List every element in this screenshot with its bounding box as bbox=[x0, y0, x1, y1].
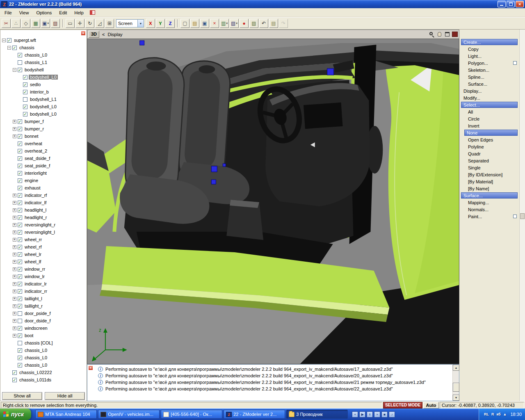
tree-item-31-window-rr[interactable]: +✓window_rr bbox=[0, 265, 87, 273]
tree-item-42-chassis-l0[interactable]: ✓chassis_L0 bbox=[0, 347, 87, 354]
punto-icon[interactable]: R bbox=[491, 412, 494, 416]
checkbox-checked[interactable]: ✓ bbox=[18, 68, 22, 72]
checkbox-checked[interactable]: ✓ bbox=[12, 46, 17, 50]
checkbox-checked[interactable]: ✓ bbox=[18, 348, 22, 353]
task-22-zmodeler-ver-2[interactable]: Z22 - ZModeler ver 2... bbox=[224, 410, 285, 419]
tree-item-29-wheel-lr[interactable]: +✓wheel_lr bbox=[0, 251, 87, 258]
cmd-separated[interactable]: Separated bbox=[461, 158, 489, 163]
expand-icon[interactable]: + bbox=[13, 319, 16, 323]
cmd-mapping[interactable]: Mapping... bbox=[461, 200, 489, 205]
view-mode-select[interactable]: Screen▼ bbox=[116, 19, 144, 27]
panel-toggle-icon[interactable] bbox=[90, 10, 95, 15]
tree-item-23-headlight-l[interactable]: +✓headlight_l bbox=[0, 206, 87, 214]
checkbox-checked[interactable]: ✓ bbox=[18, 333, 22, 338]
checkbox-checked[interactable]: ✓ bbox=[18, 282, 22, 286]
tree-item-22-indicator-lf[interactable]: +✓indicator_lf bbox=[0, 199, 87, 206]
tree-item-8-bodyshell-l1[interactable]: bodyshell_L1 bbox=[0, 96, 87, 103]
checkbox-checked[interactable]: ✓ bbox=[18, 237, 22, 242]
tree-item-46-chassis-l011ds[interactable]: ✓chassis_L011ds bbox=[0, 376, 87, 383]
checkbox-checked[interactable]: ✓ bbox=[18, 223, 22, 227]
cmd-normals[interactable]: Normals... bbox=[461, 207, 488, 212]
media-pause-icon[interactable]: ‖ bbox=[367, 411, 373, 418]
cmd-single[interactable]: Single bbox=[461, 165, 481, 170]
tree-item-9-bodyshell-l0[interactable]: ✓bodyshell_L0 bbox=[0, 103, 87, 110]
maximize-icon[interactable] bbox=[444, 31, 450, 37]
dropdown-arrow-icon[interactable]: ▼ bbox=[137, 20, 144, 27]
undo-icon[interactable]: ↶ bbox=[259, 19, 268, 28]
scale-tool-icon[interactable]: ◿ bbox=[95, 19, 104, 28]
checkbox-unchecked[interactable] bbox=[18, 311, 22, 316]
checkbox-checked[interactable]: ✓ bbox=[18, 178, 22, 183]
media-stop-icon[interactable]: ■ bbox=[381, 411, 388, 418]
tree-item-5-bodyshell-l0[interactable]: ✓bodyshell_L0 bbox=[0, 73, 87, 81]
cmd-none[interactable]: None bbox=[464, 130, 518, 136]
tree-item-44-chassis-l0[interactable]: ✓chassis_L0 bbox=[0, 361, 87, 369]
scroll-up-icon[interactable]: ▲ bbox=[453, 365, 459, 371]
log-close-icon[interactable]: × bbox=[88, 365, 93, 370]
vertices-mode-icon[interactable]: ∴ bbox=[11, 19, 21, 28]
checkbox-unchecked[interactable] bbox=[18, 341, 22, 345]
tree-item-15-overheat-2[interactable]: ✓overheat_2 bbox=[0, 147, 87, 155]
tree-item-18-interiorlight[interactable]: ✓interiorlight bbox=[0, 169, 87, 177]
close-button[interactable]: × bbox=[516, 1, 524, 7]
menu-item-help[interactable]: Help bbox=[71, 9, 87, 16]
tree-item-41-chassis-col[interactable]: chassis [COL] bbox=[0, 339, 87, 347]
traffic-counter-icon[interactable]: кб bbox=[496, 412, 500, 416]
expand-icon[interactable]: + bbox=[13, 120, 16, 123]
tree-item-39-windscreen[interactable]: +✓windscreen bbox=[0, 324, 87, 332]
display-menu-button[interactable]: Display bbox=[107, 32, 122, 37]
expand-icon[interactable]: + bbox=[13, 253, 16, 256]
checkbox-checked[interactable]: ✓ bbox=[23, 75, 27, 80]
checkbox-checked[interactable]: ✓ bbox=[18, 156, 22, 161]
delete-icon[interactable]: × bbox=[210, 19, 219, 28]
task-405-556-640[interactable]: [405-556-640] - Ок... bbox=[161, 410, 222, 419]
checkbox-checked[interactable]: ✓ bbox=[7, 38, 11, 43]
tree-item-0-supergt-wft[interactable]: −✓supergt.wft bbox=[0, 37, 87, 44]
cmd-invert[interactable]: Invert bbox=[461, 123, 479, 128]
collapse-icon[interactable]: − bbox=[13, 68, 16, 72]
notes-icon[interactable]: ▤ bbox=[269, 19, 278, 28]
expand-icon[interactable]: + bbox=[13, 326, 16, 330]
tree-item-30-wheel-lf[interactable]: +✓wheel_lf bbox=[0, 258, 87, 265]
checkbox-checked[interactable]: ✓ bbox=[18, 326, 22, 331]
tree-item-7-interior-b[interactable]: ✓interior_b bbox=[0, 88, 87, 96]
updates-icon[interactable]: ▲ bbox=[503, 412, 507, 416]
expand-icon[interactable]: + bbox=[13, 238, 16, 242]
checkbox-checked[interactable]: ✓ bbox=[18, 260, 22, 264]
cmd-spline[interactable]: Spline... bbox=[461, 75, 484, 80]
tree-item-13-bonnet[interactable]: +✓bonnet bbox=[0, 132, 87, 140]
tree-item-12-bumper-r[interactable]: +✓bumper_r bbox=[0, 125, 87, 132]
rotate-tool-icon[interactable]: ↻ bbox=[85, 19, 94, 28]
expand-icon[interactable]: + bbox=[13, 216, 16, 219]
selection-lock-icon[interactable]: ▧ bbox=[51, 19, 60, 28]
collapse-icon[interactable]: − bbox=[7, 46, 11, 50]
start-button[interactable]: пуск bbox=[0, 409, 31, 420]
expand-icon[interactable]: + bbox=[13, 231, 16, 234]
expand-icon[interactable]: + bbox=[13, 127, 16, 131]
hide-all-button[interactable]: Hide all bbox=[45, 392, 85, 400]
expand-icon[interactable]: + bbox=[13, 245, 16, 249]
checkbox-checked[interactable]: ✓ bbox=[12, 378, 17, 382]
task-openiv-vehicles-im[interactable]: OpenIV - vehicles.im... bbox=[98, 410, 160, 419]
faces-mode-icon[interactable]: ▦ bbox=[31, 19, 40, 28]
checkbox-checked[interactable]: ✓ bbox=[18, 297, 22, 301]
tree-item-10-bodyshell-l0[interactable]: ✓bodyshell_L0 bbox=[0, 110, 87, 118]
tree-item-14-overheat[interactable]: ✓overheat bbox=[0, 140, 87, 147]
cmd-skeleton[interactable]: Skeleton... bbox=[461, 68, 489, 73]
cmd-open-edges[interactable]: Open Edges bbox=[461, 137, 493, 142]
tree-item-20-exhaust[interactable]: ✓exhaust bbox=[0, 184, 87, 192]
select-tool-icon[interactable]: ▭ bbox=[66, 19, 75, 28]
objects-mode-icon[interactable]: ▣▾ bbox=[41, 19, 50, 28]
axis-x-toggle[interactable]: X bbox=[146, 19, 155, 28]
tree-item-6-sedlo[interactable]: ✓sedlo bbox=[0, 81, 87, 88]
checkbox-checked[interactable]: ✓ bbox=[18, 208, 22, 212]
tree-item-28-wheel-rf[interactable]: +✓wheel_rf bbox=[0, 243, 87, 251]
checkbox-checked[interactable]: ✓ bbox=[18, 304, 22, 308]
expand-icon[interactable]: + bbox=[13, 312, 16, 315]
auto-toggle-button[interactable]: Auto bbox=[423, 402, 439, 409]
tree-item-36-taillight-r[interactable]: +✓taillight_r bbox=[0, 302, 87, 310]
expand-icon[interactable]: + bbox=[13, 260, 16, 264]
expand-icon[interactable]: + bbox=[13, 135, 16, 138]
expand-icon[interactable]: + bbox=[13, 223, 16, 227]
cmd-paint-checkbox[interactable] bbox=[513, 215, 517, 218]
